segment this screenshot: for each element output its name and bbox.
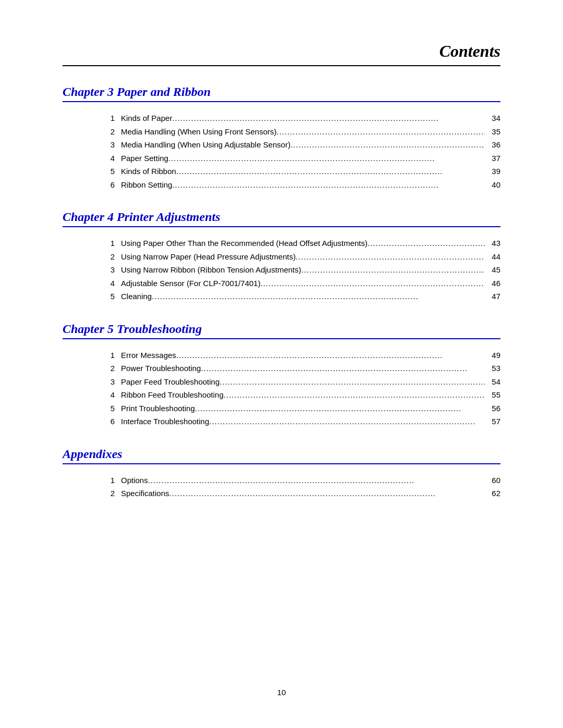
section-appendixes: Appendixes1Options .....................…	[63, 447, 500, 500]
entry-text: Error Messages	[121, 349, 176, 362]
entry-page: 34	[485, 112, 500, 125]
toc-entry-chapter4-3: 4Adjustable Sensor (For CLP-7001/7401) .…	[104, 277, 500, 290]
entry-text: Using Narrow Paper (Head Pressure Adjust…	[121, 250, 296, 264]
entry-number: 5	[104, 402, 115, 415]
entry-number: 3	[104, 138, 115, 152]
toc-entry-chapter5-5: 6Interface Troubleshooting .............…	[104, 415, 500, 428]
entry-text: Options	[121, 474, 148, 487]
toc-entry-chapter4-2: 3Using Narrow Ribbon (Ribbon Tension Adj…	[104, 263, 500, 277]
entry-page: 55	[485, 388, 500, 402]
entry-page: 62	[485, 487, 500, 500]
toc-entry-chapter3-4: 5Kinds of Ribbon .......................…	[104, 165, 500, 178]
entry-number: 6	[104, 178, 115, 192]
toc-entry-chapter3-5: 6Ribbon Setting ........................…	[104, 178, 500, 192]
entry-number: 3	[104, 263, 115, 277]
entry-page: 46	[485, 277, 500, 290]
title-rule	[63, 65, 500, 66]
toc-entry-chapter3-2: 3Media Handling (When Using Adjustable S…	[104, 138, 500, 152]
chapter-heading-row-chapter4: Chapter 4 Printer Adjustments	[63, 210, 500, 227]
entry-number: 5	[104, 290, 115, 303]
entry-text: Paper Setting	[121, 152, 168, 165]
toc-entry-chapter4-1: 2Using Narrow Paper (Head Pressure Adjus…	[104, 250, 500, 264]
entry-page: 60	[485, 474, 500, 487]
entry-dots: ........................................…	[219, 375, 485, 389]
entry-dots: ........................................…	[261, 277, 485, 290]
toc-entry-chapter5-0: 1Error Messages ........................…	[104, 349, 500, 362]
entry-page: 44	[485, 250, 500, 264]
entry-page: 35	[485, 125, 500, 139]
entry-text: Media Handling (When Using Front Sensors…	[121, 125, 276, 139]
entry-page: 53	[485, 362, 500, 375]
toc-entry-chapter3-1: 2Media Handling (When Using Front Sensor…	[104, 125, 500, 139]
toc-entry-chapter5-1: 2Power Troubleshooting .................…	[104, 362, 500, 375]
page-footer: 10	[0, 688, 563, 697]
page: Contents Chapter 3 Paper and Ribbon1Kind…	[0, 0, 563, 728]
entry-page: 37	[485, 152, 500, 165]
entry-dots: ........................................…	[176, 349, 485, 362]
entry-dots: ........................................…	[148, 474, 485, 487]
entry-dots: ........................................…	[168, 152, 485, 165]
entry-number: 4	[104, 277, 115, 290]
toc-entry-chapter3-3: 4Paper Setting .........................…	[104, 152, 500, 165]
entry-page: 57	[485, 415, 500, 428]
entry-dots: ........................................…	[296, 250, 485, 264]
toc-entry-chapter4-0: 1Using Paper Other Than the Recommended …	[104, 237, 500, 250]
entry-text: Ribbon Setting	[121, 178, 172, 192]
chapter-heading-row-chapter3: Chapter 3 Paper and Ribbon	[63, 85, 500, 102]
entry-text: Paper Feed Troubleshooting	[121, 375, 219, 389]
toc-entry-chapter5-4: 5Print Troubleshooting .................…	[104, 402, 500, 415]
entry-dots: ........................................…	[169, 487, 485, 500]
entry-number: 5	[104, 165, 115, 178]
entry-text: Kinds of Ribbon	[121, 165, 176, 178]
entry-number: 1	[104, 349, 115, 362]
entry-page: 43	[485, 237, 500, 250]
entry-number: 2	[104, 362, 115, 375]
entry-number: 1	[104, 237, 115, 250]
section-chapter5: Chapter 5 Troubleshooting1Error Messages…	[63, 322, 500, 428]
entry-text: Kinds of Paper	[121, 112, 172, 125]
entry-number: 2	[104, 487, 115, 500]
entry-dots: ........................................…	[176, 165, 485, 178]
toc-entry-appendixes-0: 1Options ...............................…	[104, 474, 500, 487]
chapter-heading-chapter3: Chapter 3 Paper and Ribbon	[63, 85, 211, 98]
chapter-heading-appendixes: Appendixes	[63, 447, 123, 461]
entry-dots: ........................................…	[368, 237, 485, 250]
entry-page: 54	[485, 375, 500, 389]
entry-number: 1	[104, 112, 115, 125]
toc-entries-appendixes: 1Options ...............................…	[104, 474, 500, 500]
entry-number: 3	[104, 375, 115, 389]
toc-container: Chapter 3 Paper and Ribbon1Kinds of Pape…	[63, 85, 500, 500]
entry-text: Using Paper Other Than the Recommended (…	[121, 237, 368, 250]
entry-number: 2	[104, 250, 115, 264]
entry-page: 40	[485, 178, 500, 192]
chapter-heading-row-chapter5: Chapter 5 Troubleshooting	[63, 322, 500, 339]
toc-entries-chapter5: 1Error Messages ........................…	[104, 349, 500, 428]
entry-text: Cleaning	[121, 290, 152, 303]
chapter-heading-row-appendixes: Appendixes	[63, 447, 500, 464]
entry-text: Interface Troubleshooting	[121, 415, 209, 428]
entry-number: 6	[104, 415, 115, 428]
entry-text: Power Troubleshooting	[121, 362, 201, 375]
entry-text: Media Handling (When Using Adjustable Se…	[121, 138, 290, 152]
entry-dots: ........................................…	[301, 263, 485, 277]
entry-number: 2	[104, 125, 115, 139]
toc-entries-chapter4: 1Using Paper Other Than the Recommended …	[104, 237, 500, 303]
entry-page: 36	[485, 138, 500, 152]
toc-entry-chapter4-4: 5Cleaning ..............................…	[104, 290, 500, 303]
entry-dots: ........................................…	[172, 178, 485, 192]
entry-dots: ........................................…	[290, 138, 485, 152]
entry-page: 39	[485, 165, 500, 178]
entry-dots: ........................................…	[201, 362, 485, 375]
page-title: Contents	[63, 42, 500, 61]
entry-page: 49	[485, 349, 500, 362]
toc-entry-chapter5-2: 3Paper Feed Troubleshooting ............…	[104, 375, 500, 389]
entry-page: 56	[485, 402, 500, 415]
entry-text: Specifications	[121, 487, 169, 500]
entry-dots: ........................................…	[276, 125, 485, 139]
entry-dots: ........................................…	[152, 290, 485, 303]
chapter-heading-chapter5: Chapter 5 Troubleshooting	[63, 322, 202, 336]
toc-entry-appendixes-1: 2Specifications ........................…	[104, 487, 500, 500]
toc-entry-chapter5-3: 4Ribbon Feed Troubleshooting ...........…	[104, 388, 500, 402]
entry-page: 45	[485, 263, 500, 277]
toc-entries-chapter3: 1Kinds of Paper ........................…	[104, 112, 500, 191]
